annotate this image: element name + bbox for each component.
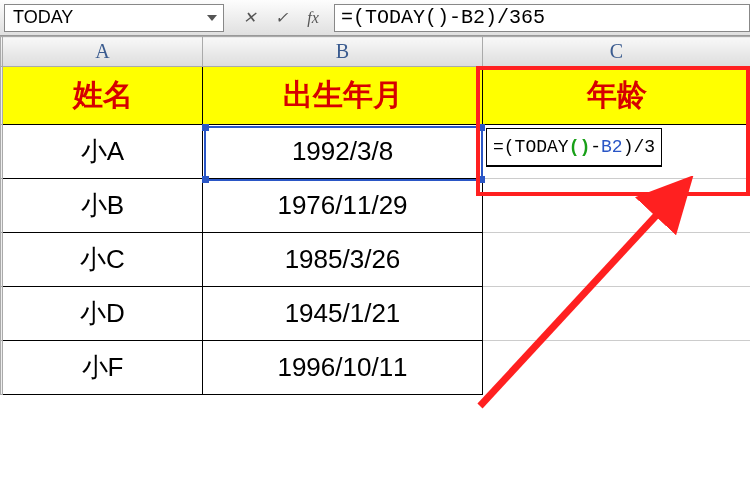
formula-fragment: =(TODAY [493,137,569,157]
column-header-b[interactable]: B [203,37,483,67]
cell-birth[interactable]: 1996/10/11 [203,341,483,395]
cell-birth[interactable]: 1992/3/8 [203,125,483,179]
cell-name[interactable]: 小B [3,179,203,233]
cell-name[interactable]: 小D [3,287,203,341]
formula-input[interactable]: =(TODAY()-B2)/365 [334,4,750,32]
confirm-button[interactable]: ✓ [268,6,294,30]
cell-birth[interactable]: 1976/11/29 [203,179,483,233]
cell-editor[interactable]: =(TODAY()-B2)/3 [486,128,662,167]
header-name[interactable]: 姓名 [3,67,203,125]
formula-bar: TODAY ✕ ✓ fx =(TODAY()-B2)/365 [0,0,750,36]
cell-birth[interactable]: 1945/1/21 [203,287,483,341]
cancel-button[interactable]: ✕ [236,6,262,30]
name-box[interactable]: TODAY [4,4,224,32]
cell-name[interactable]: 小A [3,125,203,179]
column-header-row: A B C [1,37,751,67]
formula-controls: ✕ ✓ fx [236,6,326,30]
table-row: 小B 1976/11/29 [1,179,751,233]
formula-fragment: - [590,137,601,157]
table-row: 小C 1985/3/26 [1,233,751,287]
cell-age[interactable] [483,341,751,395]
chevron-down-icon[interactable] [207,15,217,21]
cell-age[interactable] [483,179,751,233]
formula-text: =(TODAY()-B2)/365 [341,6,545,29]
column-header-c[interactable]: C [483,37,751,67]
fx-icon: fx [307,9,319,27]
x-icon: ✕ [243,8,256,27]
cell-age[interactable] [483,287,751,341]
cell-birth[interactable]: 1985/3/26 [203,233,483,287]
formula-fragment: () [569,137,591,157]
cell-name[interactable]: 小C [3,233,203,287]
formula-fragment: B2 [601,137,623,157]
cell-name[interactable]: 小F [3,341,203,395]
cell-age[interactable] [483,233,751,287]
table-header-row: 姓名 出生年月 年龄 [1,67,751,125]
check-icon: ✓ [275,8,288,27]
formula-fragment: )/3 [623,137,655,157]
fx-button[interactable]: fx [300,6,326,30]
header-age[interactable]: 年龄 [483,67,751,125]
name-box-value: TODAY [13,7,73,28]
spreadsheet-grid[interactable]: A B C 姓名 出生年月 年龄 小A 1992/3/8 小B 1976/11/… [0,36,750,395]
table-row: 小D 1945/1/21 [1,287,751,341]
column-header-a[interactable]: A [3,37,203,67]
header-birth[interactable]: 出生年月 [203,67,483,125]
table-row: 小F 1996/10/11 [1,341,751,395]
